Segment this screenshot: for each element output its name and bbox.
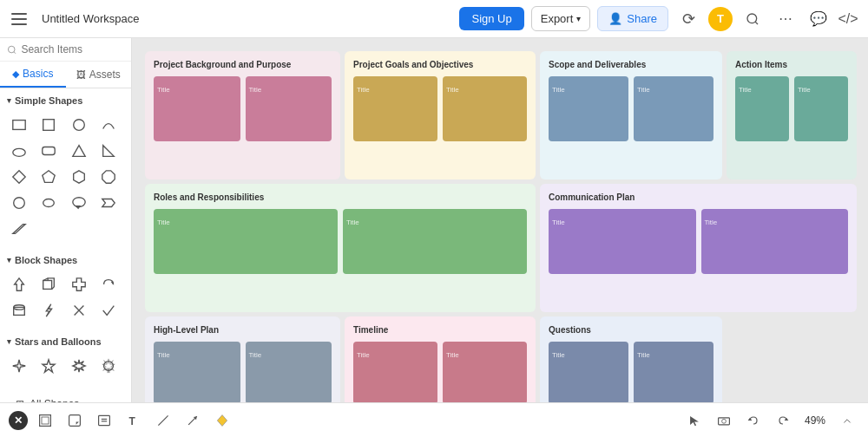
canvas-area[interactable]: Project Background and Purpose Title Tit…	[132, 38, 868, 402]
all-shapes-button[interactable]: ⊞ All Shapes	[7, 392, 124, 402]
section-project-background[interactable]: Project Background and Purpose Title Tit…	[145, 51, 340, 179]
svg-rect-36	[69, 414, 81, 426]
section-roles[interactable]: Roles and Responsibilities Title Title	[145, 184, 536, 312]
card[interactable]: Title	[549, 76, 628, 141]
right-triangle-shape[interactable]	[96, 139, 121, 163]
cursor-icon	[688, 414, 700, 427]
section-action-items[interactable]: Action Items Title Title	[727, 51, 857, 179]
stars-balloons-header[interactable]: ▾ Stars and Balloons	[0, 329, 131, 350]
card[interactable]: Title	[634, 76, 713, 141]
cube-shape[interactable]	[36, 272, 61, 297]
frame-tool[interactable]	[33, 408, 57, 433]
arc-shape[interactable]	[96, 113, 121, 137]
cross-shape[interactable]	[67, 272, 91, 297]
signup-button[interactable]: Sign Up	[459, 7, 523, 30]
check-shape[interactable]	[96, 298, 121, 323]
code-button[interactable]: </>	[835, 6, 861, 32]
card[interactable]: Title	[634, 342, 713, 402]
topbar: Untitled Workspace Sign Up Export ▾ 👤 Sh…	[0, 0, 868, 38]
card[interactable]: Title	[154, 342, 240, 402]
card[interactable]: Title	[701, 209, 849, 274]
star5-shape[interactable]	[36, 354, 61, 378]
arrow-up-shape[interactable]	[7, 272, 31, 297]
card[interactable]: Title	[549, 209, 696, 274]
oval2-shape[interactable]	[36, 191, 61, 215]
more-options-button[interactable]: ⋯	[773, 6, 799, 32]
avatar[interactable]: T	[708, 7, 733, 31]
close-button[interactable]: ✕	[9, 411, 28, 430]
card[interactable]: Title	[353, 76, 437, 141]
curved-arrow-shape[interactable]	[96, 272, 121, 297]
search-button[interactable]	[740, 6, 766, 32]
export-button[interactable]: Export ▾	[531, 6, 591, 31]
sticky-note-tool[interactable]	[62, 408, 87, 433]
card[interactable]: Title	[549, 342, 628, 402]
undo-button[interactable]	[741, 408, 766, 433]
section-communication[interactable]: Communication Plan Title Title	[540, 184, 857, 312]
chevron-shape[interactable]	[96, 191, 121, 215]
section-title: Scope and Deliverables	[549, 60, 713, 69]
section-title: Project Goals and Objectives	[353, 60, 527, 69]
card[interactable]: Title	[246, 76, 332, 141]
section-timeline[interactable]: Timeline Title Title	[345, 316, 536, 402]
cylinder-shape[interactable]	[7, 298, 31, 323]
callout-shape[interactable]	[67, 191, 91, 215]
menu-button[interactable]	[7, 7, 31, 31]
rectangle-shape[interactable]	[7, 113, 31, 137]
oval-shape[interactable]	[7, 139, 31, 163]
triangle-shape[interactable]	[67, 139, 91, 163]
star-burst-shape[interactable]	[96, 354, 121, 378]
card[interactable]: Title	[735, 76, 789, 141]
block-shapes-header[interactable]: ▾ Block Shapes	[0, 248, 131, 269]
svg-rect-35	[42, 417, 49, 424]
card[interactable]: Title	[154, 209, 338, 274]
hexagon-shape[interactable]	[67, 165, 91, 189]
svg-rect-34	[40, 414, 51, 426]
octagon-shape[interactable]	[96, 165, 121, 189]
comments-button[interactable]: 💬	[806, 6, 832, 32]
ellipse-shape[interactable]	[7, 191, 31, 215]
section-project-goals[interactable]: Project Goals and Objectives Title Title	[345, 51, 536, 179]
diamond-shape[interactable]	[7, 165, 31, 189]
tab-assets[interactable]: 🖼 Assets	[66, 62, 132, 88]
parallelogram-shape[interactable]	[7, 217, 31, 241]
card[interactable]: Title	[343, 209, 527, 274]
star4-shape[interactable]	[7, 354, 31, 378]
line-tool[interactable]	[151, 408, 175, 433]
tab-basics[interactable]: ◆ Basics	[0, 62, 66, 88]
square-shape[interactable]	[36, 113, 61, 137]
collaboration-button[interactable]: ⟳	[675, 6, 701, 32]
card[interactable]: Title	[353, 342, 437, 402]
redo-button[interactable]	[771, 408, 795, 433]
share-button[interactable]: 👤 Share	[597, 6, 668, 31]
text-label-tool[interactable]: T	[122, 408, 146, 433]
rounded-rect-shape[interactable]	[36, 139, 61, 163]
chevron-up-icon	[842, 415, 852, 426]
pentagon-shape[interactable]	[36, 165, 61, 189]
circle-shape[interactable]	[67, 113, 91, 137]
section-high-level-plan[interactable]: High-Level Plan Title Title	[145, 316, 340, 402]
fit-view-button[interactable]	[712, 408, 736, 433]
block-shapes-grid	[0, 269, 131, 329]
zoom-menu-button[interactable]	[835, 408, 859, 433]
card[interactable]: Title	[154, 76, 240, 141]
section-scope[interactable]: Scope and Deliverables Title Title	[540, 51, 722, 179]
section-questions[interactable]: Questions Title Title	[540, 316, 722, 402]
text-tool[interactable]	[92, 408, 116, 433]
card[interactable]: Title	[246, 342, 332, 402]
card[interactable]: Title	[443, 76, 527, 141]
svg-line-41	[158, 415, 168, 425]
search-input[interactable]	[21, 43, 124, 55]
highlight-tool[interactable]	[210, 408, 234, 433]
cursor-tool[interactable]	[682, 408, 707, 433]
lightning-shape[interactable]	[36, 298, 61, 323]
arrow-tool[interactable]	[181, 408, 205, 433]
card[interactable]: Title	[794, 76, 848, 141]
diamond-icon: ◆	[12, 68, 19, 80]
simple-shapes-header[interactable]: ▾ Simple Shapes	[0, 88, 131, 109]
star6-shape[interactable]	[67, 354, 91, 378]
scissors-shape[interactable]	[67, 298, 91, 323]
card[interactable]: Title	[443, 342, 527, 402]
sidebar-bottom: ⊞ All Shapes ⊡ Templates	[0, 385, 131, 402]
redo-icon	[776, 414, 790, 427]
